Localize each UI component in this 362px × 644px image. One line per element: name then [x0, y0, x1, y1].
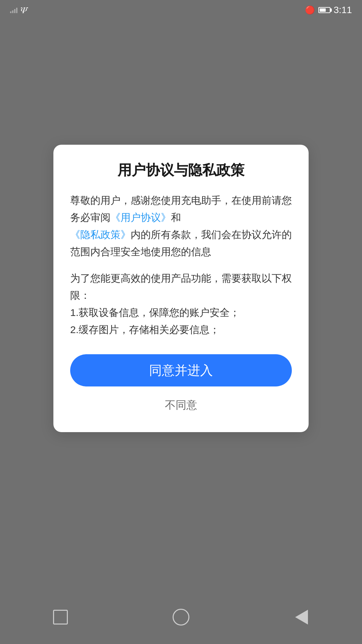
- privacy-dialog: 用户协议与隐私政策 尊敬的用户，感谢您使用充电助手，在使用前请您务必审阅《用户协…: [53, 145, 309, 432]
- signal-wrapper: [10, 7, 17, 13]
- back-button[interactable]: [288, 604, 315, 631]
- status-bar-left: 𝛹: [10, 5, 27, 15]
- body1-prefix: 尊敬的用户，感谢您使用充电助手，在使用前请您务必审阅: [70, 195, 292, 223]
- status-bar-right: 🔴 3:11: [305, 5, 352, 15]
- navigation-bar: [0, 597, 362, 644]
- time-display: 3:11: [334, 5, 352, 15]
- permission-item-1: 1.获取设备信息，保障您的账户安全；: [70, 304, 292, 321]
- permission-item-2: 2.缓存图片，存储相关必要信息；: [70, 321, 292, 338]
- recent-apps-button[interactable]: [47, 604, 74, 631]
- dialog-overlay: 用户协议与隐私政策 尊敬的用户，感谢您使用充电助手，在使用前请您务必审阅《用户协…: [0, 0, 362, 644]
- wifi-icon: 𝛹: [20, 5, 27, 15]
- disagree-button[interactable]: 不同意: [70, 393, 292, 417]
- signal-bars-icon: [10, 7, 17, 13]
- home-button[interactable]: [168, 604, 194, 631]
- recent-apps-icon: [53, 610, 68, 625]
- dialog-title: 用户协议与隐私政策: [70, 161, 292, 180]
- back-icon: [295, 610, 308, 625]
- permissions-intro: 为了您能更高效的使用产品功能，需要获取以下权限：: [70, 270, 292, 304]
- battery-icon: [318, 7, 330, 13]
- dialog-body-paragraph1: 尊敬的用户，感谢您使用充电助手，在使用前请您务必审阅《用户协议》和《隐私政策》内…: [70, 192, 292, 260]
- privacy-policy-link[interactable]: 《隐私政策》: [70, 229, 131, 240]
- agree-button[interactable]: 同意并进入: [70, 354, 292, 386]
- home-icon: [173, 609, 189, 626]
- dialog-body-permissions: 为了您能更高效的使用产品功能，需要获取以下权限： 1.获取设备信息，保障您的账户…: [70, 270, 292, 338]
- bluetooth-icon: 🔴: [305, 5, 315, 15]
- status-bar: 𝛹 🔴 3:11: [0, 0, 362, 20]
- body1-middle: 和: [171, 212, 181, 223]
- user-agreement-link[interactable]: 《用户协议》: [110, 212, 171, 223]
